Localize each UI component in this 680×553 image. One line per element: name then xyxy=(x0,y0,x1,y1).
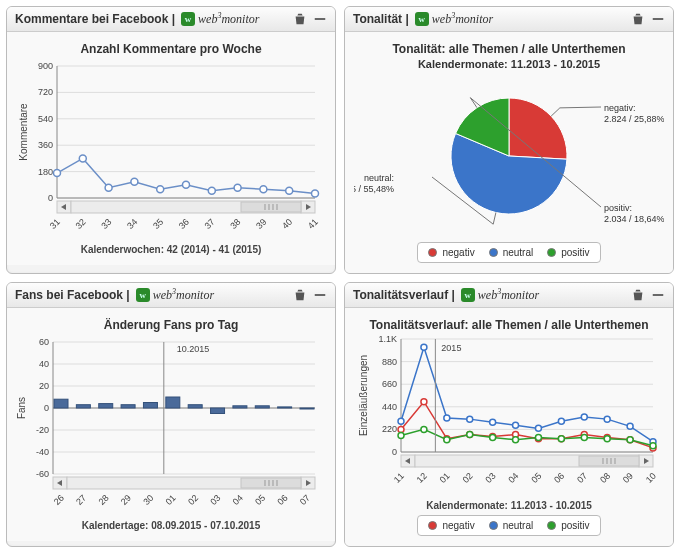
svg-point-153 xyxy=(604,416,610,422)
svg-point-30 xyxy=(157,186,164,193)
legend-item-neutral[interactable]: neutral xyxy=(489,520,534,531)
svg-rect-53 xyxy=(315,294,326,296)
svg-point-147 xyxy=(467,416,473,422)
svg-text:20: 20 xyxy=(39,381,49,391)
x-axis-caption: Kalenderwochen: 42 (2014) - 41 (2015) xyxy=(15,244,327,255)
svg-point-159 xyxy=(467,432,473,438)
svg-text:26: 26 xyxy=(52,493,66,507)
svg-rect-73 xyxy=(121,405,135,408)
svg-text:07: 07 xyxy=(298,493,312,507)
svg-text:03: 03 xyxy=(483,471,497,485)
brand-logo: w web3monitor xyxy=(415,11,493,27)
legend-item-neutral[interactable]: neutral xyxy=(489,247,534,258)
svg-text:32: 32 xyxy=(74,217,88,231)
svg-text:neutral:: neutral: xyxy=(364,173,394,183)
trash-icon[interactable] xyxy=(631,12,645,26)
minimize-icon[interactable] xyxy=(651,12,665,26)
svg-rect-70 xyxy=(54,399,68,408)
svg-rect-46 xyxy=(653,18,664,20)
brand-logo: w web3monitor xyxy=(181,11,259,27)
svg-point-35 xyxy=(286,187,293,194)
svg-point-161 xyxy=(513,437,519,443)
svg-text:Einzeläußerungen: Einzeläußerungen xyxy=(358,355,369,436)
svg-text:60: 60 xyxy=(39,337,49,347)
chart-title: Tonalitätsverlauf: alle Themen / alle Un… xyxy=(353,318,665,332)
legend-item-negativ[interactable]: negativ xyxy=(428,520,474,531)
legend-item-negativ[interactable]: negativ xyxy=(428,247,474,258)
minimize-icon[interactable] xyxy=(313,12,327,26)
x-axis-caption: Kalendermonate: 11.2013 - 10.2015 xyxy=(353,500,665,511)
svg-rect-74 xyxy=(143,403,157,409)
svg-point-157 xyxy=(421,426,427,432)
trash-icon[interactable] xyxy=(631,288,645,302)
svg-point-160 xyxy=(490,435,496,441)
panel-title: Tonalität | xyxy=(353,12,409,26)
legend-item-positiv[interactable]: positiv xyxy=(547,520,589,531)
svg-rect-0 xyxy=(315,18,326,20)
panel-titlebar: Fans bei Facebook | w web3monitor xyxy=(7,283,335,308)
legend-item-positiv[interactable]: positiv xyxy=(547,247,589,258)
svg-rect-72 xyxy=(99,404,113,408)
svg-text:negativ:: negativ: xyxy=(604,103,636,113)
svg-text:0: 0 xyxy=(392,447,397,457)
panel-tonalitaet: Tonalität | w web3monitor Tonalität: all… xyxy=(344,6,674,274)
multiline-chart-tonalitaetsverlauf: 02204406608801.1K11120102030405060708091… xyxy=(353,334,663,494)
svg-rect-78 xyxy=(233,406,247,408)
svg-point-152 xyxy=(581,414,587,420)
svg-text:01: 01 xyxy=(164,493,178,507)
svg-text:180: 180 xyxy=(38,167,53,177)
svg-rect-41 xyxy=(241,202,301,212)
svg-point-150 xyxy=(535,425,541,431)
svg-text:0: 0 xyxy=(48,193,53,203)
svg-text:35: 35 xyxy=(151,217,165,231)
brand-badge-icon: w xyxy=(461,288,475,302)
svg-text:01: 01 xyxy=(438,471,452,485)
pie-legend: negativ neutral positiv xyxy=(417,242,600,263)
svg-point-149 xyxy=(513,422,519,428)
svg-text:11: 11 xyxy=(392,471,406,485)
svg-point-162 xyxy=(535,435,541,441)
svg-point-158 xyxy=(444,437,450,443)
svg-text:360: 360 xyxy=(38,140,53,150)
svg-rect-79 xyxy=(255,406,269,408)
minimize-icon[interactable] xyxy=(313,288,327,302)
svg-rect-80 xyxy=(278,407,292,408)
svg-rect-76 xyxy=(188,405,202,408)
svg-text:34: 34 xyxy=(125,217,139,231)
svg-point-163 xyxy=(558,436,564,442)
svg-text:39: 39 xyxy=(254,217,268,231)
svg-text:900: 900 xyxy=(38,61,53,71)
svg-text:09: 09 xyxy=(621,471,635,485)
svg-text:02: 02 xyxy=(186,493,200,507)
svg-text:-20: -20 xyxy=(36,425,49,435)
svg-point-146 xyxy=(444,415,450,421)
trash-icon[interactable] xyxy=(293,12,307,26)
svg-text:40: 40 xyxy=(39,359,49,369)
panel-kommentare-facebook: Kommentare bei Facebook | w web3monitor … xyxy=(6,6,336,274)
svg-text:06: 06 xyxy=(552,471,566,485)
svg-point-148 xyxy=(490,419,496,425)
svg-point-165 xyxy=(604,436,610,442)
svg-point-154 xyxy=(627,423,633,429)
svg-point-151 xyxy=(558,418,564,424)
svg-text:37: 37 xyxy=(203,217,217,231)
svg-text:1.1K: 1.1K xyxy=(378,334,397,344)
chart-title: Anzahl Kommentare pro Woche xyxy=(15,42,327,56)
svg-text:6.055 / 55,48%: 6.055 / 55,48% xyxy=(354,184,394,194)
svg-point-36 xyxy=(312,190,319,197)
svg-rect-174 xyxy=(579,456,639,466)
svg-text:41: 41 xyxy=(306,217,320,231)
line-legend: negativ neutral positiv xyxy=(417,515,600,536)
svg-point-144 xyxy=(398,418,404,424)
svg-point-156 xyxy=(398,433,404,439)
svg-text:40: 40 xyxy=(280,217,294,231)
trash-icon[interactable] xyxy=(293,288,307,302)
svg-rect-105 xyxy=(653,294,664,296)
svg-text:04: 04 xyxy=(231,493,245,507)
svg-text:2.824 / 25,88%: 2.824 / 25,88% xyxy=(604,114,664,124)
svg-text:440: 440 xyxy=(382,402,397,412)
minimize-icon[interactable] xyxy=(651,288,665,302)
svg-rect-71 xyxy=(76,405,90,408)
bar-chart-fans: -60-40-200204060262728293001020304050607… xyxy=(15,334,325,514)
svg-point-32 xyxy=(208,187,215,194)
